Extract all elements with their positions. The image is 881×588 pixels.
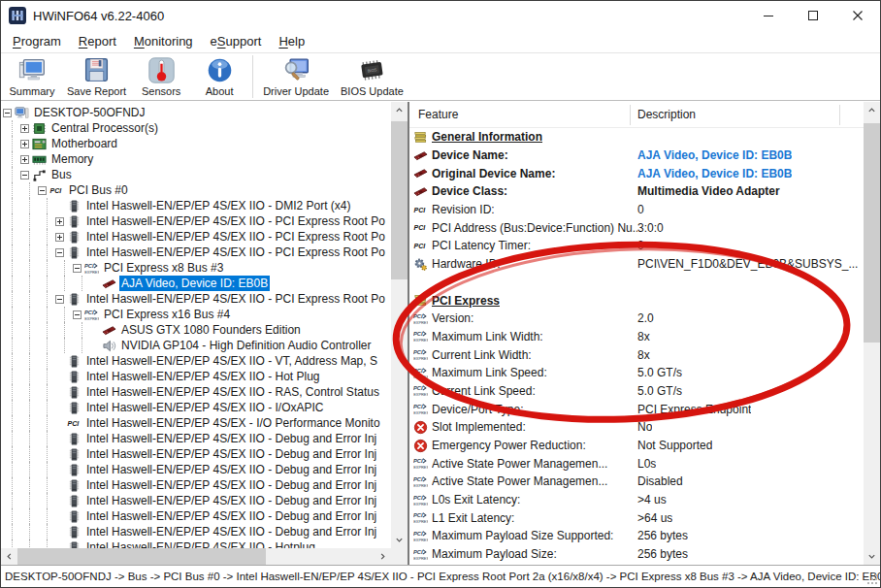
tree-guide — [36, 524, 53, 539]
column-divider[interactable] — [630, 105, 631, 125]
tree-item[interactable]: Intel Haswell-EN/EP/EP 4S/EX IIO - Debug… — [1, 462, 391, 477]
tree-item[interactable]: Intel Haswell-EN/EP/EP 4S/EX IIO - Debug… — [1, 431, 391, 446]
feature-row[interactable]: PCIEXPRESSCurrent Link Width:8x — [409, 345, 864, 364]
feature-row[interactable]: PCIEXPRESSMaximum Link Width:8x — [409, 328, 864, 346]
expand-icon[interactable] — [20, 155, 29, 164]
feature-row[interactable]: PCIEXPRESSActive State Power Managemen..… — [409, 454, 864, 473]
expand-icon[interactable] — [55, 233, 64, 242]
column-divider[interactable] — [839, 105, 840, 125]
tree-item[interactable]: Intel Haswell-EN/EP/EP 4S/EX IIO - RAS, … — [1, 384, 391, 400]
tree-item[interactable]: Intel Haswell-EN/EP/EP 4S/EX IIO - Debug… — [1, 477, 391, 493]
tree-item[interactable]: PCIEXPRESSPCI Express x8 Bus #3 — [1, 260, 391, 276]
tree-horizontal-scrollbar[interactable] — [1, 548, 391, 565]
tree-item[interactable]: AJA Video, Device ID: EB0B — [1, 276, 391, 291]
tree-item[interactable]: PCIPCI Bus #0 — [1, 182, 391, 198]
feature-row[interactable]: Original Device Name:AJA Video, Device I… — [409, 164, 864, 182]
menu-item-program[interactable]: Program — [4, 32, 70, 50]
collapse-icon[interactable] — [20, 171, 29, 180]
feature-row[interactable]: PCIEXPRESSL0s Exit Latency:>4 us — [409, 491, 864, 509]
resize-grip[interactable] — [866, 573, 878, 585]
collapse-icon[interactable] — [55, 248, 64, 257]
about-button[interactable]: About — [190, 54, 248, 99]
feature-row[interactable]: Hardware ID:PCI\VEN_F1D0&DEV_EB0B&SUBSYS… — [409, 255, 864, 274]
tree-item[interactable]: Intel Haswell-EN/EP/EP 4S/EX IIO - Hotpl… — [1, 539, 391, 548]
tree-item[interactable]: Intel Haswell-EN/EP/EP 4S/EX IIO - VT, A… — [1, 353, 391, 369]
tree-item[interactable]: Intel Haswell-EN/EP/EP 4S/EX IIO - DMI2 … — [1, 198, 391, 213]
details-vertical-scrollbar[interactable] — [864, 102, 880, 565]
summary-button[interactable]: Summary — [3, 54, 61, 99]
feature-row[interactable]: PCIEXPRESSDevice/Port Type:PCI Express E… — [409, 400, 864, 418]
feature-section-row[interactable]: PCI Express — [409, 291, 864, 310]
tree-item[interactable]: NVIDIA GP104 - High Definition Audio Con… — [1, 338, 391, 353]
bios-update-button[interactable]: BIOSBIOS Update — [335, 54, 409, 99]
minimize-button[interactable] — [746, 1, 791, 30]
tree-item[interactable]: DESKTOP-50OFNDJ — [1, 105, 391, 120]
menu-item-help[interactable]: Help — [270, 32, 313, 50]
tree-item[interactable]: Intel Haswell-EN/EP/EP 4S/EX IIO - Hot P… — [1, 369, 391, 384]
feature-row[interactable]: PCIEXPRESSMaximum Link Speed:5.0 GT/s — [409, 364, 864, 382]
scroll-right-icon[interactable] — [375, 548, 391, 565]
tree-item[interactable]: Intel Haswell-EN/EP/EP 4S/EX IIO - Debug… — [1, 508, 391, 524]
scroll-down-icon[interactable] — [864, 548, 880, 565]
scroll-up-icon[interactable] — [391, 102, 408, 118]
feature-row[interactable]: PCIEXPRESSVersion:2.0 — [409, 310, 864, 328]
feature-row[interactable]: PCIPCI Address (Bus:Device:Function) Nu.… — [409, 218, 864, 237]
tree-vertical-scrollbar[interactable] — [391, 102, 408, 548]
tree-item[interactable]: Bus — [1, 167, 391, 182]
tree-item[interactable]: Memory — [1, 151, 391, 167]
menu-item-report[interactable]: Report — [70, 32, 125, 50]
tree-hscroll-thumb[interactable] — [17, 548, 266, 565]
scroll-up-icon[interactable] — [864, 102, 880, 118]
tree-item[interactable]: Intel Haswell-EN/EP/EP 4S/EX IIO - Debug… — [1, 446, 391, 462]
tree-item[interactable]: Intel Haswell-EN/EP/EP 4S/EX IIO - PCI E… — [1, 213, 391, 229]
collapse-icon[interactable] — [38, 186, 47, 195]
collapse-icon[interactable] — [73, 310, 82, 319]
tree-item[interactable]: Intel Haswell-EN/EP/EP 4S/EX IIO - PCI E… — [1, 245, 391, 260]
tree-item[interactable]: PCIEXPRESSPCI Express x16 Bus #4 — [1, 307, 391, 322]
scroll-left-icon[interactable] — [1, 548, 17, 565]
tree-item-label: Central Processor(s) — [49, 120, 160, 136]
save-report-button[interactable]: Save Report — [61, 54, 132, 99]
tree-item[interactable]: Intel Haswell-EN/EP/EP 4S/EX IIO - I/OxA… — [1, 400, 391, 415]
details-vscroll-thumb[interactable] — [864, 123, 880, 343]
menu-item-esupport[interactable]: eSupport — [202, 32, 271, 50]
collapse-icon[interactable] — [3, 109, 12, 117]
feature-section-row[interactable]: General Information — [409, 128, 864, 147]
tree-item[interactable]: ASUS GTX 1080 Founders Edition — [1, 322, 391, 338]
feature-row[interactable]: Slot Implemented:No — [409, 418, 864, 437]
close-button[interactable] — [835, 1, 880, 30]
collapse-icon[interactable] — [55, 295, 64, 304]
sensors-button[interactable]: Sensors — [132, 54, 190, 99]
maximize-button[interactable] — [791, 1, 835, 30]
feature-row[interactable]: Emergency Power Reduction:Not Supported — [409, 437, 864, 455]
tree-item[interactable]: Intel Haswell-EN/EP/EP 4S/EX IIO - Debug… — [1, 493, 391, 508]
tree-guide — [18, 229, 36, 245]
feature-row[interactable]: Device Class:Multimedia Video Adapter — [409, 182, 864, 201]
tree-item[interactable]: Intel Haswell-EN/EP/EP 4S/EX IIO - PCI E… — [1, 229, 391, 245]
feature-row[interactable]: PCIRevision ID:0 — [409, 201, 864, 219]
tree-item[interactable]: PCIIntel Haswell-EN/EP/EP 4S/EX - I/O Pe… — [1, 415, 391, 431]
column-header-feature[interactable]: Feature — [418, 108, 458, 121]
feature-row[interactable]: PCIEXPRESSMaximum Payload Size Supported… — [409, 527, 864, 545]
column-header-description[interactable]: Description — [637, 108, 696, 121]
tree-vscroll-thumb[interactable] — [391, 121, 408, 279]
driver-update-button[interactable]: Driver Update — [257, 54, 335, 99]
collapse-icon[interactable] — [73, 264, 82, 273]
tree-item[interactable]: Intel Haswell-EN/EP/EP 4S/EX IIO - Debug… — [1, 524, 391, 539]
tree-item[interactable]: Intel Haswell-EN/EP/EP 4S/EX IIO - PCI E… — [1, 291, 391, 307]
toolbar-button-label: BIOS Update — [341, 85, 404, 97]
expand-icon[interactable] — [55, 217, 64, 226]
feature-row[interactable]: PCIEXPRESSMaximum Payload Size:256 bytes — [409, 545, 864, 564]
feature-row[interactable]: PCIPCI Latency Timer:0 — [409, 237, 864, 255]
scroll-down-icon[interactable] — [391, 532, 408, 548]
expand-icon[interactable] — [20, 124, 29, 133]
svg-text:PCI: PCI — [413, 404, 423, 409]
feature-row[interactable]: Device Name:AJA Video, Device ID: EB0B — [409, 147, 864, 165]
tree-item[interactable]: Central Processor(s) — [1, 120, 391, 136]
feature-row[interactable]: PCIEXPRESSCurrent Link Speed:5.0 GT/s — [409, 382, 864, 401]
menu-item-monitoring[interactable]: Monitoring — [125, 32, 202, 50]
feature-row[interactable]: PCIEXPRESSL1 Exit Latency:>64 us — [409, 508, 864, 527]
expand-icon[interactable] — [20, 140, 29, 148]
feature-row[interactable]: PCIEXPRESSActive State Power Managemen..… — [409, 473, 864, 491]
tree-item[interactable]: Motherboard — [1, 136, 391, 151]
